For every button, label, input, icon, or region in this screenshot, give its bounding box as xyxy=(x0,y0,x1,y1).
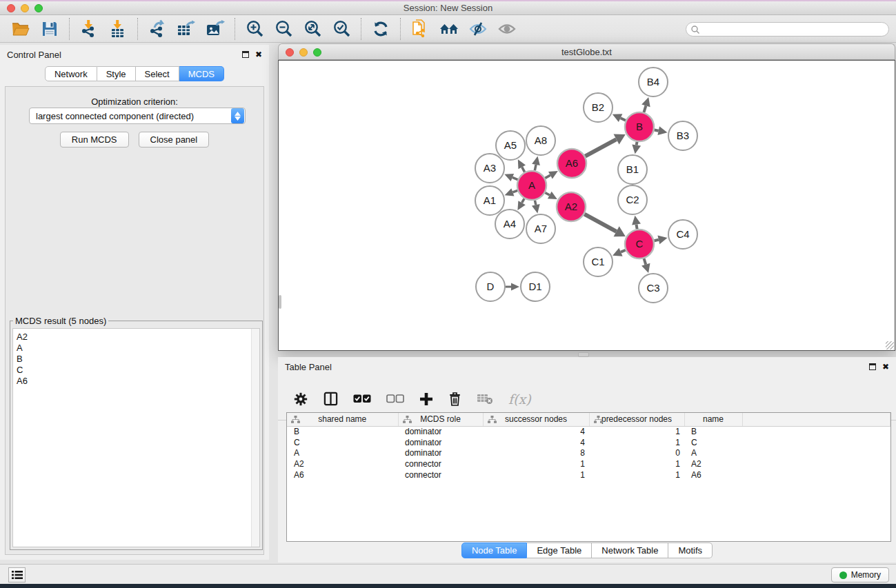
panel-split-handle[interactable] xyxy=(578,352,589,357)
zoom-out-button[interactable] xyxy=(271,17,296,41)
close-panel-icon[interactable]: ✖ xyxy=(255,51,262,58)
import-table-button[interactable] xyxy=(106,17,130,41)
edge-B-B1[interactable] xyxy=(632,142,641,154)
result-item-a[interactable]: A xyxy=(17,343,259,354)
node-a4[interactable]: A4 xyxy=(495,210,524,239)
open-file-button[interactable] xyxy=(8,17,33,41)
table-row[interactable]: A2connector11A2 xyxy=(287,458,890,469)
node-a3[interactable]: A3 xyxy=(475,154,504,183)
table-row[interactable]: Bdominator41B xyxy=(287,426,890,437)
save-session-button[interactable] xyxy=(37,17,62,41)
node-c4[interactable]: C4 xyxy=(668,220,697,249)
refresh-button[interactable] xyxy=(368,17,393,41)
node-a2[interactable]: A2 xyxy=(557,192,586,221)
column-header-shared-name[interactable]: shared name xyxy=(287,413,398,426)
network-close-button[interactable] xyxy=(286,48,294,57)
float-panel-icon[interactable] xyxy=(242,51,249,58)
node-table[interactable]: shared nameMCDS rolesuccessor nodesprede… xyxy=(286,412,891,542)
tab-network-table[interactable]: Network Table xyxy=(592,543,668,558)
node-b3[interactable]: B3 xyxy=(668,121,697,150)
network-zoom-button[interactable] xyxy=(313,48,321,57)
edge-A-A8[interactable] xyxy=(532,156,540,171)
node-b[interactable]: B xyxy=(625,112,654,141)
new-network-from-file-button[interactable] xyxy=(408,17,432,41)
import-network-button[interactable] xyxy=(77,17,101,41)
node-c2[interactable]: C2 xyxy=(618,185,647,214)
edge-B-B2[interactable] xyxy=(613,114,626,122)
add-column-button[interactable] xyxy=(419,392,433,406)
run-mcds-button[interactable]: Run MCDS xyxy=(60,132,129,148)
column-header-mcds-role[interactable]: MCDS role xyxy=(398,413,483,426)
unselect-all-columns-button[interactable] xyxy=(386,394,404,403)
node-b2[interactable]: B2 xyxy=(584,93,613,122)
result-item-b[interactable]: B xyxy=(17,354,259,365)
show-columns-button[interactable] xyxy=(323,392,338,406)
node-a8[interactable]: A8 xyxy=(526,126,555,155)
tab-select[interactable]: Select xyxy=(136,66,179,81)
edge-A-A2[interactable] xyxy=(545,192,557,199)
edge-B-B3[interactable] xyxy=(655,126,668,135)
edge-A-A6[interactable] xyxy=(545,171,558,179)
edge-A-A7[interactable] xyxy=(532,201,540,214)
node-b1[interactable]: B1 xyxy=(618,155,647,184)
export-table-button[interactable] xyxy=(174,17,199,41)
result-item-c[interactable]: C xyxy=(17,365,259,376)
node-d[interactable]: D xyxy=(476,272,505,301)
delete-table-button[interactable] xyxy=(477,393,493,405)
export-image-button[interactable] xyxy=(203,17,228,41)
tab-style[interactable]: Style xyxy=(97,66,136,81)
edge-D-D1[interactable] xyxy=(506,283,519,291)
network-minimize-button[interactable] xyxy=(299,48,308,57)
table-row[interactable]: A6connector11A6 xyxy=(287,469,890,480)
edge-A-A5[interactable] xyxy=(518,159,526,172)
close-window-button[interactable] xyxy=(7,4,15,12)
column-header-successor-nodes[interactable]: successor nodes xyxy=(483,413,589,426)
hide-graphics-details-button[interactable] xyxy=(466,17,490,41)
canvas-scrollbar-thumb[interactable] xyxy=(279,295,281,309)
edge-A-A4[interactable] xyxy=(517,199,525,210)
edge-C-C1[interactable] xyxy=(613,248,626,256)
node-c3[interactable]: C3 xyxy=(639,274,668,303)
show-panels-button[interactable] xyxy=(8,567,26,582)
criterion-select[interactable]: largest connected component (directed) xyxy=(29,108,246,124)
table-settings-button[interactable] xyxy=(293,392,308,407)
table-row[interactable]: Cdominator41C xyxy=(287,437,890,448)
zoom-selected-button[interactable] xyxy=(329,17,354,41)
zoom-in-button[interactable] xyxy=(242,17,267,41)
node-a7[interactable]: A7 xyxy=(526,214,555,243)
search-input[interactable] xyxy=(700,23,888,35)
tab-node-table[interactable]: Node Table xyxy=(461,543,528,558)
tab-edge-table[interactable]: Edge Table xyxy=(527,543,592,558)
column-header-name[interactable]: name xyxy=(684,413,742,426)
column-header-predecessor-nodes[interactable]: predecessor nodes xyxy=(589,413,684,426)
node-a6[interactable]: A6 xyxy=(557,149,586,178)
edge-C-C2[interactable] xyxy=(632,216,641,230)
select-all-columns-button[interactable] xyxy=(353,394,371,403)
edge-A6-B[interactable] xyxy=(585,134,625,156)
table-row[interactable]: Adominator80A xyxy=(287,448,890,459)
edge-A-A3[interactable] xyxy=(504,174,517,181)
node-a[interactable]: A xyxy=(517,171,546,200)
edge-C-C4[interactable] xyxy=(654,235,667,244)
memory-button[interactable]: Memory xyxy=(831,567,889,582)
edge-A2-C[interactable] xyxy=(584,214,625,237)
tab-network[interactable]: Network xyxy=(45,66,97,81)
home-button[interactable] xyxy=(437,17,461,41)
result-item-a6[interactable]: A6 xyxy=(17,376,259,387)
window-resize-grip[interactable] xyxy=(886,341,894,349)
tab-motifs[interactable]: Motifs xyxy=(668,543,713,558)
node-c1[interactable]: C1 xyxy=(584,247,613,276)
function-builder-button[interactable]: f(x) xyxy=(508,392,531,407)
close-panel-button[interactable]: Close panel xyxy=(139,132,210,148)
zoom-window-button[interactable] xyxy=(34,4,43,12)
node-a1[interactable]: A1 xyxy=(475,186,504,215)
node-a5[interactable]: A5 xyxy=(496,131,525,160)
tab-mcds[interactable]: MCDS xyxy=(179,66,224,81)
delete-columns-button[interactable] xyxy=(448,392,461,406)
network-canvas[interactable]: B4B2BB3A5A8A6A3B1AA1C2A2A4A7C4CC1DD1C3 xyxy=(278,60,895,351)
node-d1[interactable]: D1 xyxy=(521,272,550,301)
export-network-button[interactable] xyxy=(145,17,170,41)
show-graphics-details-button[interactable] xyxy=(495,17,519,41)
float-table-panel-icon[interactable] xyxy=(869,363,876,370)
zoom-fit-button[interactable] xyxy=(300,17,325,41)
